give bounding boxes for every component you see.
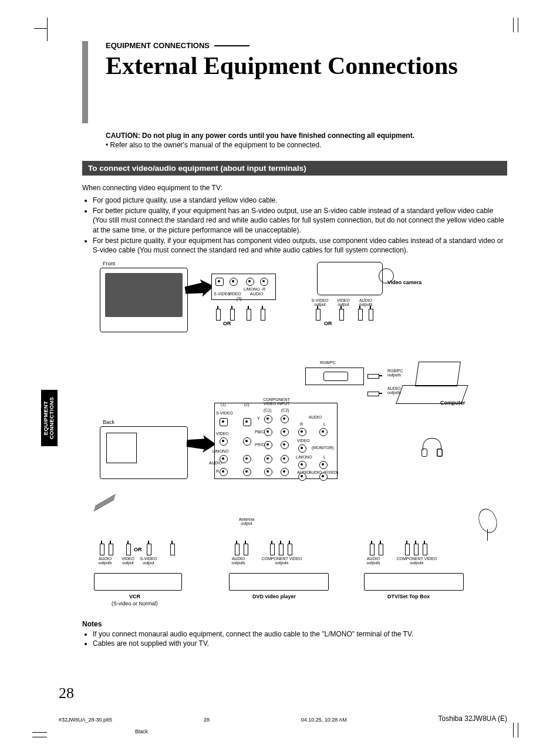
crop-mark-bl bbox=[23, 714, 47, 737]
antenna-output-label: Antenna output bbox=[235, 517, 258, 525]
plug-icon bbox=[247, 309, 251, 321]
plug-icon bbox=[405, 544, 410, 555]
audio-outputs-label: AUDIO outputs bbox=[365, 557, 382, 565]
rgbpc-label: RGB/PC bbox=[320, 360, 336, 365]
caution-text: CAUTION: Do not plug in any power cords … bbox=[106, 132, 414, 140]
plug-icon bbox=[235, 544, 239, 555]
vga-port-icon bbox=[323, 372, 348, 381]
or-label: OR bbox=[223, 321, 231, 326]
plug-icon bbox=[379, 544, 383, 555]
plug-icon bbox=[369, 309, 373, 321]
stb-icon bbox=[364, 573, 464, 591]
eyebrow: EQUIPMENT CONNECTIONS bbox=[106, 41, 210, 50]
svideo-label: S-VIDEO bbox=[216, 411, 233, 415]
plug-icon bbox=[109, 544, 113, 555]
input3-label: (3) bbox=[237, 296, 242, 301]
front-label: Front bbox=[103, 261, 115, 267]
side-tab-line2: CONNECTIONS bbox=[49, 397, 55, 439]
svideo-jack-icon bbox=[215, 278, 224, 286]
jack-icon bbox=[298, 428, 306, 436]
page-number: 28 bbox=[59, 685, 74, 702]
eyebrow-rule bbox=[214, 45, 249, 46]
bullet-item: For good picture quality, use a standard… bbox=[93, 196, 507, 205]
video-label: VIDEO bbox=[297, 439, 310, 443]
satellite-dish-icon bbox=[475, 508, 505, 538]
jack-icon bbox=[319, 428, 328, 436]
plug-icon bbox=[358, 309, 363, 321]
plug-icon bbox=[230, 309, 235, 321]
plug-icon bbox=[100, 544, 104, 555]
plug-icon bbox=[423, 544, 427, 555]
intro-text: When connecting video equipment to the T… bbox=[82, 184, 507, 192]
r-label: R bbox=[262, 287, 265, 291]
monitor-label: (MONITOR) bbox=[312, 446, 334, 450]
side-tab-line1: EQUIPMENT bbox=[43, 401, 49, 435]
footer-black: Black bbox=[135, 729, 148, 734]
audio-l-jack-icon bbox=[246, 278, 254, 286]
y-label: Y bbox=[257, 416, 260, 420]
note-item: If you connect monaural audio equipment,… bbox=[93, 629, 507, 639]
footer-date: 04.10.25, 10:28 AM bbox=[301, 717, 347, 723]
laptop-icon bbox=[399, 362, 470, 406]
tv-front-icon bbox=[100, 268, 188, 332]
jack-icon bbox=[319, 461, 328, 469]
headphone-icon bbox=[423, 438, 446, 461]
c2-label: (C2) bbox=[281, 408, 289, 412]
plug-icon bbox=[279, 544, 284, 555]
video-label: VIDEO bbox=[228, 292, 241, 296]
jack-icon bbox=[281, 468, 289, 476]
l-label: L bbox=[323, 455, 326, 459]
audio-r-jack-icon bbox=[260, 278, 268, 286]
jack-icon bbox=[298, 444, 306, 453]
plug-icon bbox=[270, 544, 275, 555]
lmono-label: L/MONO bbox=[244, 287, 260, 291]
bullet-list: For good picture quality, use a standard… bbox=[82, 196, 507, 255]
jack-icon bbox=[264, 428, 272, 436]
jack-icon bbox=[220, 437, 228, 446]
tv-back-icon bbox=[100, 426, 188, 479]
dvd-icon bbox=[229, 573, 329, 591]
bullet-item: For best picture quality, if your equipm… bbox=[93, 236, 507, 255]
audio-label: AUDIO bbox=[309, 415, 322, 419]
vcr-icon bbox=[94, 573, 182, 591]
component-outputs-label: COMPONENT VIDEO outputs bbox=[258, 557, 305, 565]
footer-page: 28 bbox=[204, 717, 210, 723]
plug-icon bbox=[147, 544, 151, 555]
plug-icon bbox=[367, 392, 379, 396]
audio-outputs-label: AUDIO outputs bbox=[230, 557, 247, 565]
plug-icon bbox=[367, 374, 379, 379]
refer-text: Refer also to the owner's manual of the … bbox=[110, 141, 322, 149]
lmono-label: L/MONO bbox=[212, 449, 229, 453]
component-outputs-label: COMPONENT VIDEO outputs bbox=[393, 557, 440, 565]
svideo-jack-icon bbox=[220, 418, 228, 426]
connection-diagram: Front S-VIDEO VIDEO L/MONO R AUDIO (3) O… bbox=[94, 262, 505, 614]
jack-icon bbox=[281, 415, 289, 423]
antenna-icon bbox=[94, 494, 123, 511]
computer-label: Computer bbox=[440, 400, 465, 406]
vcr-label: VCR bbox=[129, 594, 140, 599]
jack-icon bbox=[264, 455, 272, 463]
bullet-item: For better picture quality, if your equi… bbox=[93, 206, 507, 235]
r-label: R bbox=[300, 422, 303, 426]
plug-icon bbox=[339, 309, 344, 321]
plug-icon bbox=[288, 544, 292, 555]
footer: #32JW8UA_28-30.p65 28 04.10.25, 10:28 AM… bbox=[59, 714, 507, 723]
plug-icon bbox=[170, 544, 175, 555]
footer-model: Toshiba 32JW8UA (E) bbox=[438, 714, 507, 723]
audio-label: AUDIO bbox=[209, 461, 222, 465]
jack-icon bbox=[319, 473, 328, 481]
plug-icon bbox=[414, 544, 419, 555]
jack-icon bbox=[264, 468, 272, 476]
component-input-label: COMPONENT VIDEO INPUT bbox=[262, 397, 291, 406]
jack-icon bbox=[264, 415, 272, 423]
jack-icon bbox=[264, 441, 272, 449]
rgb-panel bbox=[305, 368, 364, 385]
jack-icon bbox=[220, 468, 228, 476]
section-heading: To connect video/audio equipment (about … bbox=[82, 161, 507, 176]
plug-icon bbox=[316, 309, 321, 321]
audio-label: AUDIO bbox=[250, 292, 263, 296]
note-item: Cables are not supplied with your TV. bbox=[93, 639, 507, 648]
video-camera-label: Video camera bbox=[387, 279, 421, 285]
audio-outputs-label: AUDIO outputs bbox=[97, 557, 113, 565]
notes-heading: Notes bbox=[82, 620, 507, 628]
